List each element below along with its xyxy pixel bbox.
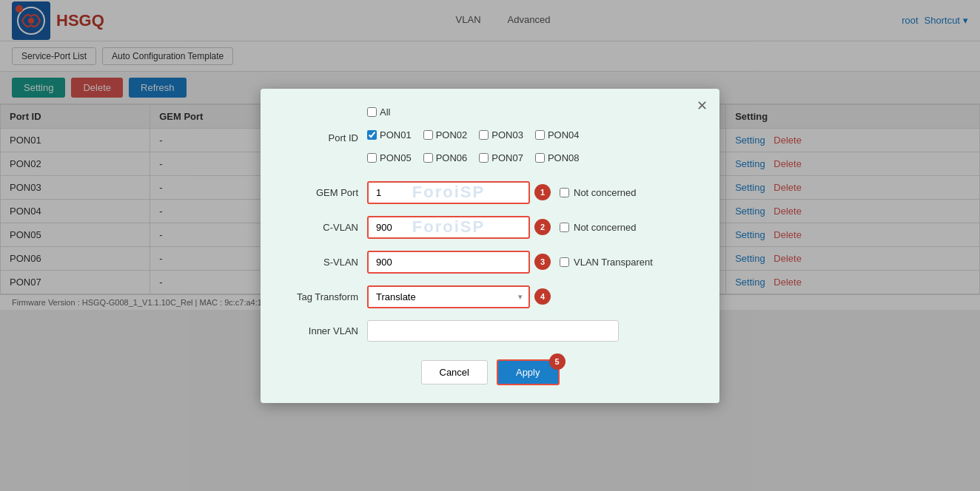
gem-port-row: GEM Port ForoiSP 1 Not concerned — [278, 181, 702, 204]
tag-transform-select-wrapper: Translate Add Remove Replace ▾ — [367, 285, 530, 308]
pon02-checkbox[interactable] — [423, 130, 433, 140]
c-vlan-input[interactable] — [367, 216, 530, 239]
pon02-checkbox-label[interactable]: PON02 — [423, 129, 468, 140]
all-checkbox[interactable] — [367, 107, 377, 117]
gem-port-input-wrapper: ForoiSP — [367, 181, 530, 204]
port-id-label: Port ID — [278, 132, 367, 143]
pon03-checkbox[interactable] — [479, 130, 489, 140]
modal-overlay: ✕ Port ID All PON01 — [0, 0, 980, 310]
gem-port-input[interactable] — [367, 181, 530, 204]
step-badge-3: 3 — [534, 254, 551, 270]
pon01-checkbox[interactable] — [367, 130, 377, 140]
step-badge-2: 2 — [534, 219, 551, 235]
s-vlan-transparent-checkbox[interactable] — [560, 257, 569, 267]
pon07-checkbox[interactable] — [479, 153, 489, 163]
close-icon[interactable]: ✕ — [697, 98, 708, 114]
pon08-checkbox[interactable] — [535, 153, 545, 163]
pon05-checkbox-label[interactable]: PON05 — [367, 152, 412, 163]
c-not-concerned-checkbox[interactable] — [560, 223, 569, 232]
pon08-checkbox-label[interactable]: PON08 — [535, 152, 580, 163]
step-badge-1: 1 — [534, 184, 551, 200]
c-not-concerned-label[interactable]: Not concerned — [560, 222, 637, 233]
pon05-checkbox[interactable] — [367, 153, 377, 163]
s-vlan-input-wrapper — [367, 251, 530, 274]
gem-port-label: GEM Port — [278, 187, 367, 198]
s-vlan-label: S-VLAN — [278, 257, 367, 268]
c-vlan-label: C-VLAN — [278, 222, 367, 233]
pon04-checkbox[interactable] — [535, 130, 545, 140]
s-vlan-input[interactable] — [367, 251, 530, 274]
pon04-checkbox-label[interactable]: PON04 — [535, 129, 580, 140]
c-vlan-input-wrapper: ForoiSP — [367, 216, 530, 239]
s-vlan-row: S-VLAN 3 VLAN Transparent — [278, 251, 702, 274]
all-port-row: All — [367, 106, 580, 118]
ports-row-1: PON01 PON02 PON03 PON04 — [367, 129, 580, 140]
tag-transform-label: Tag Transform — [278, 291, 367, 302]
pon06-checkbox[interactable] — [423, 153, 433, 163]
s-vlan-transparent-label[interactable]: VLAN Transparent — [560, 257, 653, 268]
step-badge-4: 4 — [534, 288, 551, 305]
tag-transform-row: Tag Transform Translate Add Remove Repla… — [278, 285, 702, 308]
pon03-checkbox-label[interactable]: PON03 — [479, 129, 523, 140]
modal: ✕ Port ID All PON01 — [261, 89, 719, 311]
pon07-checkbox-label[interactable]: PON07 — [479, 152, 523, 163]
gem-not-concerned-label[interactable]: Not concerned — [560, 187, 637, 198]
tag-transform-select[interactable]: Translate Add Remove Replace — [367, 285, 530, 308]
pon01-checkbox-label[interactable]: PON01 — [367, 129, 412, 140]
ports-row-2: PON05 PON06 PON07 PON08 — [367, 152, 580, 163]
c-vlan-row: C-VLAN ForoiSP 2 Not concerned — [278, 216, 702, 239]
gem-not-concerned-checkbox[interactable] — [560, 188, 569, 197]
port-id-row: Port ID All PON01 PON02 — [278, 106, 702, 169]
all-checkbox-label[interactable]: All — [367, 106, 390, 118]
pon06-checkbox-label[interactable]: PON06 — [423, 152, 468, 163]
